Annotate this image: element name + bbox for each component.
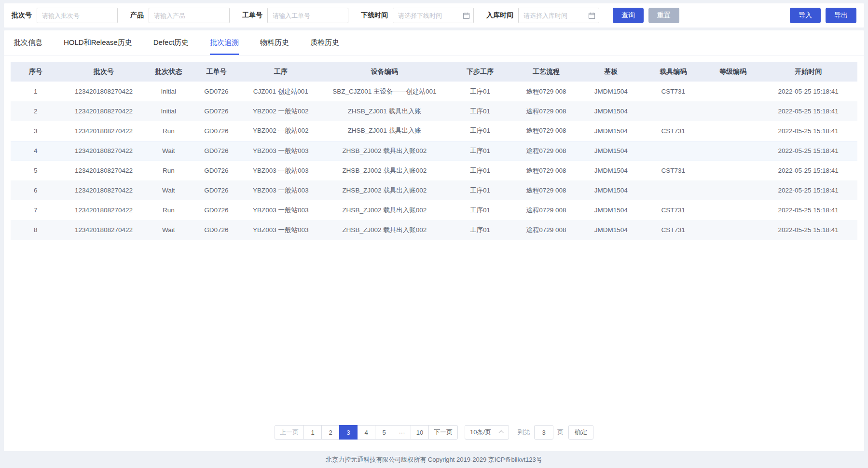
page-button-1[interactable]: 1	[303, 425, 322, 440]
table-cell: GD0726	[190, 101, 243, 121]
tab-1[interactable]: HOLD和Release历史	[64, 30, 132, 55]
page-button-10[interactable]: 10	[411, 425, 429, 440]
offline-time-input[interactable]	[393, 8, 474, 23]
tab-2[interactable]: Defect历史	[153, 30, 189, 55]
table-header-cell: 等级编码	[707, 62, 759, 82]
table-cell: 1234201808270422	[61, 141, 147, 161]
table-cell: YBZ003 一般站003	[243, 141, 319, 161]
table-cell: 途程0729 008	[510, 161, 582, 180]
table-cell: CST731	[640, 200, 707, 220]
table-cell: CST731	[640, 220, 707, 240]
storage-time-input[interactable]	[518, 8, 599, 23]
table-cell: 途程0729 008	[510, 200, 582, 220]
table-header-cell: 序号	[11, 62, 61, 82]
table-cell: 2022-05-25 15:18:41	[759, 141, 857, 161]
table-cell: 途程0729 008	[510, 101, 582, 121]
table-cell: 1234201808270422	[61, 200, 147, 220]
offline-time-label: 下线时间	[361, 11, 388, 20]
batch-no-label: 批次号	[12, 11, 32, 20]
table-row[interactable]: 51234201808270422RunGD0726YBZ003 一般站003Z…	[11, 161, 857, 180]
chevron-up-icon	[498, 430, 504, 436]
reset-button[interactable]: 重置	[648, 8, 679, 23]
table-cell	[707, 200, 759, 220]
jump-page-input[interactable]	[534, 425, 553, 440]
table-row[interactable]: 11234201808270422InitialGD0726CJZ001 创建站…	[11, 82, 857, 101]
table-cell: 途程0729 008	[510, 121, 582, 141]
table-cell: ZHSB_ZJ002 载具出入账002	[319, 141, 450, 161]
table-cell: GD0726	[190, 220, 243, 240]
table-cell: 途程0729 008	[510, 82, 582, 101]
table-cell	[707, 180, 759, 200]
import-button[interactable]: 导入	[790, 8, 821, 23]
table-cell: 2	[11, 101, 61, 121]
tab-5[interactable]: 质检历史	[310, 30, 339, 55]
table-cell	[707, 161, 759, 180]
table-cell: 途程0729 008	[510, 180, 582, 200]
table-cell: SBZ_CJZ001 主设备——创建站001	[319, 82, 450, 101]
work-order-label: 工单号	[242, 11, 262, 20]
product-input[interactable]	[149, 8, 230, 23]
table-header-row: 序号批次号批次状态工单号工序设备编码下步工序工艺流程基板载具编码等级编码开始时间	[11, 62, 857, 82]
jump-suffix-label: 页	[557, 428, 564, 437]
calendar-icon[interactable]	[462, 12, 470, 19]
page-size-select[interactable]: 10条/页	[465, 425, 509, 440]
tab-4[interactable]: 物料历史	[260, 30, 289, 55]
table-cell: 4	[11, 141, 61, 161]
table-header-cell: 设备编码	[319, 62, 450, 82]
next-page-button[interactable]: 下一页	[428, 425, 458, 440]
jump-confirm-button[interactable]: 确定	[568, 425, 593, 440]
page-button-4[interactable]: 4	[357, 425, 375, 440]
page-button-2[interactable]: 2	[321, 425, 340, 440]
table-cell: 2022-05-25 15:18:41	[759, 121, 857, 141]
page-ellipsis[interactable]: ···	[393, 425, 411, 440]
page-size-value: 10条/页	[470, 428, 491, 437]
page-button-5[interactable]: 5	[375, 425, 393, 440]
page-button-group: 上一页12345···10下一页	[275, 425, 458, 440]
table-header-cell: 批次号	[61, 62, 147, 82]
table-row[interactable]: 41234201808270422WaitGD0726YBZ003 一般站003…	[11, 141, 857, 161]
table-cell: ZHSB_ZJ002 载具出入账002	[319, 180, 450, 200]
table-row[interactable]: 81234201808270422WaitGD0726YBZ003 一般站003…	[11, 220, 857, 240]
table-cell: JMDM1504	[582, 161, 640, 180]
table-cell: 途程0729 008	[510, 141, 582, 161]
prev-page-button[interactable]: 上一页	[275, 425, 304, 440]
tab-0[interactable]: 批次信息	[14, 30, 42, 55]
work-order-input[interactable]	[267, 8, 348, 23]
table-cell: 2022-05-25 15:18:41	[759, 161, 857, 180]
table-cell: ZHSB_ZJ002 载具出入账002	[319, 220, 450, 240]
query-button[interactable]: 查询	[613, 8, 644, 23]
batch-trace-table-wrap: 序号批次号批次状态工单号工序设备编码下步工序工艺流程基板载具编码等级编码开始时间…	[4, 55, 864, 240]
table-cell: CST731	[640, 82, 707, 101]
table-cell: ZHSB_ZJ001 载具出入账	[319, 121, 450, 141]
table-cell: Wait	[147, 180, 191, 200]
table-cell: GD0726	[190, 82, 243, 101]
table-cell: ZHSB_ZJ001 载具出入账	[319, 101, 450, 121]
table-cell: 1234201808270422	[61, 121, 147, 141]
table-cell	[640, 141, 707, 161]
export-button[interactable]: 导出	[826, 8, 856, 23]
table-header-cell: 载具编码	[640, 62, 707, 82]
table-cell: Run	[147, 161, 191, 180]
table-cell: YBZ003 一般站003	[243, 220, 319, 240]
table-row[interactable]: 71234201808270422RunGD0726YBZ003 一般站003Z…	[11, 200, 857, 220]
table-cell: 工序01	[450, 101, 510, 121]
table-row[interactable]: 31234201808270422RunGD0726YBZ002 一般站002Z…	[11, 121, 857, 141]
filter-field-storage-time: 入库时间	[486, 8, 599, 23]
table-cell	[707, 141, 759, 161]
filter-bar: 批次号 产品 工单号 下线时间 入库时间	[4, 3, 864, 28]
tab-3[interactable]: 批次追溯	[210, 30, 239, 55]
table-cell: 2022-05-25 15:18:41	[759, 180, 857, 200]
filter-field-product: 产品	[130, 8, 230, 23]
batch-no-input[interactable]	[37, 8, 118, 23]
table-row[interactable]: 21234201808270422InitialGD0726YBZ002 一般站…	[11, 101, 857, 121]
calendar-icon[interactable]	[588, 12, 595, 19]
main-panel: 批次信息HOLD和Release历史Defect历史批次追溯物料历史质检历史 序…	[4, 30, 864, 451]
jump-prefix-label: 到第	[518, 428, 530, 437]
page-button-3[interactable]: 3	[339, 425, 358, 440]
table-cell: JMDM1504	[582, 220, 640, 240]
table-cell: 2022-05-25 15:18:41	[759, 101, 857, 121]
table-cell: 工序01	[450, 220, 510, 240]
table-cell: Run	[147, 200, 191, 220]
table-row[interactable]: 61234201808270422WaitGD0726YBZ003 一般站003…	[11, 180, 857, 200]
table-cell: YBZ003 一般站003	[243, 200, 319, 220]
